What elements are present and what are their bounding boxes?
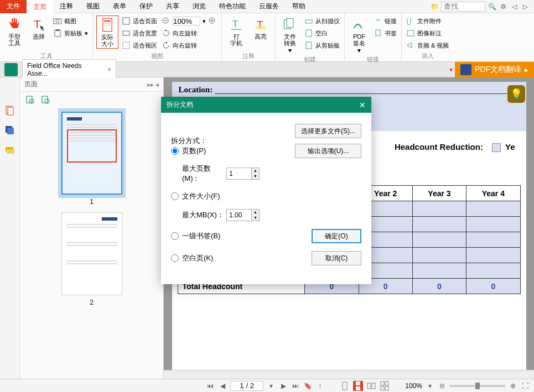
max-mb-spinner[interactable]: ▲▼ [226,209,260,221]
radio-by-blank[interactable]: 空白页(K) [171,253,213,263]
tabbar-dropdown-icon[interactable]: ▾ [449,66,453,74]
blank-button[interactable]: 空白 [303,28,341,39]
pdf-translate-button[interactable]: PDF文档翻译 ▸ [455,62,534,77]
fullscreen-icon[interactable]: ⛶ [521,381,530,390]
panel-collapse-icon[interactable]: ▸▸ ◂ [147,81,159,88]
more-files-button[interactable]: 选择更多文件(S)... [295,124,361,138]
max-pages-input[interactable] [227,168,251,179]
zoom-in-button[interactable]: ⊕ [509,381,517,390]
view-single-icon[interactable] [340,381,350,391]
zoom-dropdown-icon[interactable]: ▾ [426,381,434,390]
menu-cloud[interactable]: 云服务 [252,0,286,13]
year-checkbox[interactable] [492,143,501,152]
fit-width-button[interactable]: 适合宽度 [121,28,158,39]
last-page-button[interactable]: ⏭ [291,381,300,390]
reflow-icon[interactable]: ↕ [315,381,324,390]
hand-tool-button[interactable]: 手型 工具 [3,15,25,48]
link-button[interactable]: 链接 [372,15,398,27]
dialog-close-icon[interactable]: ✕ [359,101,366,109]
max-pages-spinner[interactable]: ▲▼ [226,168,260,180]
audio-video-button[interactable]: 音频 & 视频 [405,40,450,51]
menu-share[interactable]: 共享 [159,0,186,13]
spin-up-icon[interactable]: ▲ [252,168,259,174]
split-method-label: 拆分方式： [171,136,221,146]
screenshot-button[interactable]: 截图 [52,15,89,27]
menu-features[interactable]: 特色功能 [212,0,252,13]
typewriter-button[interactable]: T打 字机 [225,15,247,48]
cancel-button[interactable]: 取消(C) [312,251,361,265]
svg-rect-10 [123,31,129,35]
file-convert-button[interactable]: 文件 转换 ▾ [279,15,301,55]
menu-home[interactable]: 主页 [27,0,53,14]
svg-text:+: + [30,100,33,103]
fit-page-button[interactable]: 适合页面 [121,15,158,27]
prev-page-button[interactable]: ◀ [218,381,227,390]
svg-rect-7 [104,23,111,24]
menu-form[interactable]: 表单 [106,0,133,13]
search-folder-icon[interactable]: 📁 [430,2,439,11]
select-button[interactable]: T 选择 [28,15,50,41]
menu-file[interactable]: 文件 [0,0,27,13]
audio-icon [406,41,415,50]
document-tab[interactable]: Field Office Needs Asse... × [22,59,116,80]
nav-next-icon[interactable]: ▷ [521,2,530,11]
menu-help[interactable]: 帮助 [286,0,312,13]
max-mb-input[interactable] [227,210,251,221]
page-thumbnail-1[interactable]: 1 [42,112,141,206]
clipboard-button[interactable]: 剪贴板 ▾ [52,28,89,39]
bookmark-nav-icon[interactable]: 🔖 [303,381,312,390]
page-dropdown-icon[interactable]: ▾ [267,381,276,390]
sidebar-layers-icon[interactable] [4,125,15,136]
bookmark-button[interactable]: 书签 [372,28,398,39]
zoom-out-button[interactable]: ▾ [160,15,218,27]
zoom-out-icon [162,17,170,25]
spin-up-icon[interactable]: ▲ [252,210,259,215]
      ok-button[interactable]: 确定(O) [312,229,361,243]
pdf-sign-button[interactable]: PDF 签名 ▾ [348,15,370,55]
thumb-zoom-in-icon[interactable]: + [25,95,34,104]
location-field[interactable] [215,86,519,94]
zoom-slider[interactable] [450,385,505,387]
actual-size-button[interactable]: 实际 大小 [96,15,118,49]
radio-by-size[interactable]: 文件大小(F) [171,191,220,201]
view-facing-continuous-icon[interactable] [380,381,390,391]
selection-rect [67,129,117,163]
image-annot-button[interactable]: 图像标注 [405,28,450,39]
view-facing-icon[interactable] [366,381,376,391]
fit-view-button[interactable]: 适合视区 [121,40,158,51]
menu-protect[interactable]: 保护 [133,0,159,13]
radio-by-pages[interactable]: 页数(P) [171,146,206,156]
zoom-handle[interactable] [475,383,480,389]
output-options-button[interactable]: 输出选项(U)... [295,144,361,158]
gear-icon[interactable]: ⚙ [499,2,507,11]
first-page-button[interactable]: ⏮ [206,381,215,390]
view-continuous-icon[interactable] [353,381,363,391]
rotate-right-button[interactable]: 向右旋转 [160,40,218,51]
from-scanner-button[interactable]: 从扫描仪 [303,15,341,27]
page-number-input[interactable] [230,381,263,391]
search-icon[interactable]: 🔍 [488,2,496,11]
highlight-button[interactable]: T高亮 [250,15,272,41]
spin-down-icon[interactable]: ▼ [252,215,259,221]
page-thumbnail-2[interactable]: 2 [42,212,141,306]
close-tab-icon[interactable]: × [107,66,111,74]
sidebar-pages-icon[interactable] [4,105,15,116]
file-attach-button[interactable]: 文件附件 [405,15,450,27]
next-page-button[interactable]: ▶ [279,381,288,390]
spin-down-icon[interactable]: ▼ [252,174,259,179]
from-clipboard-button[interactable]: 从剪贴板 [303,40,341,51]
sidebar-comments-icon[interactable] [4,145,15,156]
rotate-left-button[interactable]: 向左旋转 [160,28,218,39]
thumb-page-number: 2 [90,299,94,306]
thumb-zoom-out-icon[interactable]: - [41,95,50,104]
nav-prev-icon[interactable]: ◁ [510,2,519,11]
menu-view[interactable]: 视图 [80,0,106,13]
radio-by-bookmark[interactable]: 一级书签(B) [171,231,220,241]
hint-bulb-button[interactable]: 💡 [507,85,525,103]
menu-annotate[interactable]: 注释 [53,0,80,13]
zoom-input[interactable] [173,17,200,25]
search-input[interactable] [441,2,485,12]
zoom-out-button[interactable]: ⊖ [438,381,447,390]
menu-browse[interactable]: 浏览 [186,0,212,13]
horizontal-scrollbar[interactable] [164,370,534,379]
